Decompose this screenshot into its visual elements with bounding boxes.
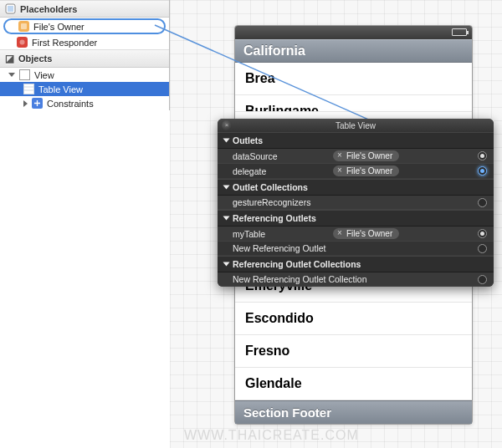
connection-socket-icon[interactable] [478, 244, 487, 253]
svg-rect-1 [8, 6, 13, 12]
outline-item-label: Table View [38, 84, 83, 94]
watermark: WWW.THAICREATE.COM [184, 428, 359, 443]
status-bar [235, 26, 472, 39]
outline-item-constraints[interactable]: Constraints [0, 96, 169, 110]
outlet-name: myTable [233, 229, 333, 239]
outline-section-label: Objects [18, 53, 52, 64]
first-responder-icon [17, 37, 28, 48]
hud-row-gesture-recognizers[interactable]: gestureRecognizers [218, 196, 494, 210]
outlet-name: gestureRecognizers [233, 197, 333, 207]
outline-item-label: Constraints [47, 99, 94, 109]
connections-panel[interactable]: × Table View Outlets dataSource File's O… [218, 119, 494, 287]
connection-socket-icon[interactable] [478, 229, 487, 238]
hud-row-mytable[interactable]: myTable File's Owner [218, 227, 494, 242]
hud-outlet-delegate[interactable]: delegate File's Owner [218, 164, 494, 179]
svg-rect-3 [21, 23, 27, 29]
outline-section-objects: ◪ Objects [0, 49, 169, 68]
svg-point-5 [20, 40, 25, 45]
disclosure-triangle-icon[interactable] [223, 186, 230, 190]
connection-socket-icon[interactable] [478, 275, 487, 284]
connection-pill[interactable]: File's Owner [333, 150, 399, 161]
outline-item-view[interactable]: View [0, 68, 169, 82]
disclosure-triangle-icon[interactable] [8, 73, 15, 77]
outline-item-label: View [34, 70, 54, 80]
files-owner-icon [18, 21, 29, 32]
svg-rect-7 [24, 84, 34, 94]
hud-section-label: Outlet Collections [233, 182, 308, 192]
close-icon[interactable]: × [222, 120, 232, 130]
battery-icon [452, 28, 467, 36]
outline-section-placeholders: Placeholders [0, 0, 169, 18]
hud-section-label: Referencing Outlets [233, 213, 316, 223]
outline-section-label: Placeholders [20, 4, 77, 14]
hud-row-new-ref-outlet[interactable]: New Referencing Outlet [218, 242, 494, 256]
connection-pill[interactable]: File's Owner [333, 228, 399, 239]
outlet-name: delegate [233, 166, 333, 176]
view-icon [19, 69, 30, 80]
outlet-name: dataSource [233, 151, 333, 161]
constraints-icon [32, 98, 43, 109]
document-outline: Placeholders File's Owner First Responde… [0, 0, 170, 110]
hud-title-label: Table View [336, 121, 376, 130]
connection-socket-icon[interactable] [478, 151, 487, 160]
connection-socket-icon[interactable] [478, 166, 487, 176]
hud-section-outlet-collections[interactable]: Outlet Collections [218, 179, 494, 196]
svg-rect-6 [20, 70, 30, 80]
disclosure-triangle-icon[interactable] [223, 216, 230, 221]
disclosure-triangle-icon[interactable] [23, 100, 28, 107]
outlet-name: New Referencing Outlet Collection [233, 274, 478, 284]
outline-item-files-owner[interactable]: File's Owner [3, 18, 166, 34]
outline-item-table-view[interactable]: Table View [0, 82, 169, 96]
table-section-footer: Section Footer [235, 400, 472, 424]
table-row[interactable]: Burlingame [235, 95, 472, 112]
outline-item-label: First Responder [32, 38, 97, 48]
table-row[interactable]: Escondido [235, 303, 472, 335]
disclosure-triangle-icon[interactable] [223, 262, 230, 267]
disclosure-triangle-icon[interactable] [223, 139, 230, 143]
outline-item-first-responder[interactable]: First Responder [0, 35, 169, 49]
table-row[interactable]: Brea [235, 63, 472, 95]
table-row[interactable]: Fresno [235, 335, 472, 368]
connection-socket-icon[interactable] [478, 198, 487, 207]
hud-section-label: Outlets [233, 135, 263, 145]
hud-section-referencing-outlets[interactable]: Referencing Outlets [218, 210, 494, 227]
placeholder-group-icon [5, 3, 16, 14]
hud-section-outlets[interactable]: Outlets [218, 132, 494, 149]
hud-section-label: Referencing Outlet Collections [233, 259, 361, 269]
hud-row-new-ref-collection[interactable]: New Referencing Outlet Collection [218, 272, 494, 287]
objects-group-icon: ◪ [5, 53, 14, 64]
outlet-name: New Referencing Outlet [233, 243, 478, 253]
connection-pill[interactable]: File's Owner [333, 165, 399, 176]
table-row[interactable]: Glendale [235, 368, 472, 400]
hud-title-bar[interactable]: × Table View [218, 119, 494, 132]
table-section-header: California [235, 39, 472, 63]
hud-outlet-datasource[interactable]: dataSource File's Owner [218, 149, 494, 164]
hud-section-referencing-outlet-collections[interactable]: Referencing Outlet Collections [218, 256, 494, 272]
table-view-icon [23, 84, 34, 94]
outline-item-label: File's Owner [33, 22, 85, 32]
